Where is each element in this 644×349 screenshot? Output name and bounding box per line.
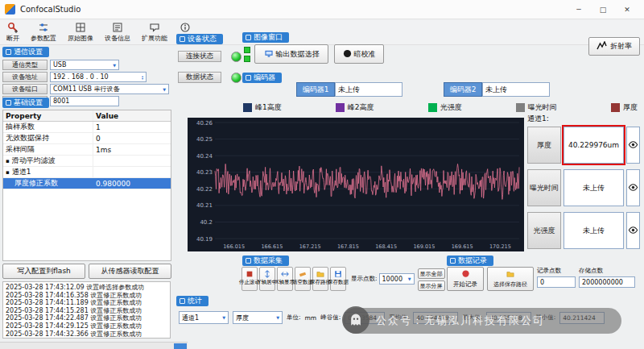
stat-label: 峰谷值: [320, 314, 341, 322]
close-button[interactable]: ✕ [615, 1, 639, 19]
show-all-button[interactable]: 显示全部 [418, 268, 445, 279]
section-icon [246, 258, 251, 264]
statistics-title: 统计 [188, 297, 202, 305]
thickness-chart[interactable]: 40.2640.2540.2440.2340.2240.2140.240.191… [188, 118, 524, 251]
output-data-select-button[interactable]: 输出数据选择 [254, 44, 328, 64]
acq-x-display-button[interactable]: X轴显示 [277, 267, 293, 291]
maximize-button[interactable]: □ [591, 1, 615, 19]
eye-icon [628, 225, 638, 237]
svg-text:40.22: 40.22 [196, 186, 213, 193]
scrollbar-thumb[interactable] [174, 343, 187, 349]
device-status-panel: 连接状态数据状态 [178, 51, 242, 93]
tree-node-icon: ▪ [6, 158, 10, 164]
comm-field-row: 设备地址192 . 168 . 0 . 10▴▾ [2, 72, 171, 82]
section-icon [246, 75, 251, 81]
svg-text:40.2: 40.2 [200, 219, 213, 226]
svg-text:167.815: 167.815 [337, 243, 359, 250]
toolbar-disconnect-button[interactable]: 断开 [6, 22, 19, 43]
stat-channel-select[interactable]: 通道1 ▼ [179, 311, 229, 324]
table-row[interactable]: ▪滑动平均滤波 [3, 156, 171, 167]
acq-y-center-button[interactable]: Y轴居中 [259, 267, 275, 291]
table-row[interactable]: 抽样系数1 [3, 122, 171, 133]
watermark-text: 公众号：无锡泓川科技有限公司 [376, 314, 545, 328]
comm-field-input[interactable]: 8001 [50, 96, 119, 106]
svg-text:170.215: 170.215 [489, 243, 511, 250]
visibility-toggle[interactable] [626, 212, 640, 249]
record-points-input[interactable]: 0 [537, 276, 576, 288]
storage-points-input[interactable]: 2000000000 [579, 276, 635, 288]
channel-row-label: 光强度 [527, 212, 561, 249]
acq-button-label: Y轴居中 [258, 279, 277, 286]
acq-save-path-button[interactable]: 保存路径 [312, 267, 328, 291]
channel-rows: 厚度40.229976um曝光时间未上传光强度未上传 [527, 127, 640, 249]
chevron-down-icon: ▼ [408, 276, 411, 281]
start-record-button[interactable]: 开始记录 [447, 267, 484, 291]
stat-metric-select[interactable]: 厚度 ▼ [233, 311, 283, 324]
show-split-button[interactable]: 显示分屏 [418, 280, 445, 291]
save-data-icon [334, 269, 342, 278]
encoder-1: 编码器1未上传 [296, 82, 402, 97]
comm-field-input[interactable]: 192 . 168 . 0 . 10▴▾ [50, 72, 147, 82]
channel-row-value: 未上传 [564, 212, 624, 249]
status-led [231, 73, 242, 83]
acq-clear-data-button[interactable]: 清空数据 [295, 267, 311, 291]
section-icon [180, 36, 185, 42]
main-toolbar: 断开参数配置原始图像设备信息扩展功能关于 [0, 20, 644, 45]
acq-stop-scroll-button[interactable]: 停止滚动 [242, 267, 258, 291]
device-status-row: 连接状态 [178, 51, 242, 62]
visibility-toggle[interactable] [626, 127, 640, 164]
toolbar-button-label: 扩展功能 [142, 34, 167, 43]
comm-field-row: 通信类型USB▼ [2, 60, 171, 70]
titlebar: ConfocalStudio ─ □ ✕ [0, 0, 644, 19]
select-save-path-label: 选择保存路径 [493, 280, 527, 289]
acq-save-data-button[interactable]: 保存数据 [330, 267, 346, 291]
read-config-button[interactable]: 从传感器读取配置 [89, 264, 171, 279]
channel-row-label: 厚度 [527, 127, 561, 164]
table-row[interactable]: 厚度修正系数0.980000 [3, 178, 171, 189]
svg-text:166.615: 166.615 [261, 243, 283, 250]
app-logo-icon [5, 4, 15, 15]
table-row[interactable]: ▪通道1 [3, 167, 171, 178]
minimize-button[interactable]: ─ [567, 1, 591, 19]
encoder-label: 编码器1 [296, 82, 335, 97]
table-row[interactable]: 无效数据保持0 [3, 133, 171, 144]
row-property: ▪通道1 [3, 167, 93, 177]
data-acquisition-title: 数据采集 [254, 257, 283, 264]
section-icon [6, 100, 11, 106]
toolbar-raw-image-button[interactable]: 原始图像 [68, 22, 93, 43]
visibility-toggle[interactable] [626, 169, 640, 206]
table-row[interactable]: 采样间隔1ms [3, 144, 171, 156]
basic-settings-header: 基础设置 [2, 98, 49, 108]
horizontal-scrollbar[interactable] [0, 342, 188, 349]
channel-panel-title: 通道1: [527, 114, 640, 124]
encoder-row: 编码器1未上传编码器2未上传 [242, 82, 640, 97]
data-recording-header: 数据记录 [447, 256, 493, 266]
svg-text:40.25: 40.25 [196, 136, 213, 143]
log-panel[interactable]: 2025-03-28 17:43:12.09 设置峰选择参数成功2025-03-… [2, 281, 171, 339]
y-center-icon [263, 269, 271, 278]
table-header-row: PropertyValue [3, 110, 171, 122]
toolbar-device-info-button[interactable]: 设备信息 [105, 22, 130, 43]
chart-canvas[interactable]: 40.2640.2540.2440.2340.2240.2140.240.191… [188, 118, 524, 251]
dark-calibration-button[interactable]: 暗校准 [334, 44, 384, 64]
extend-icon [149, 22, 160, 33]
comm-field-select[interactable]: USB▼ [50, 60, 119, 70]
write-flash-button[interactable]: 写入配置到flash [2, 264, 85, 279]
toolbar-extend-button[interactable]: 扩展功能 [142, 22, 167, 43]
display-points-value: 10000 [382, 276, 402, 283]
statistics-header: 统计 [176, 296, 208, 306]
row-property: 无效数据保持 [3, 133, 93, 143]
legend-item: 厚度 [611, 102, 638, 113]
svg-text:40.19: 40.19 [196, 236, 213, 243]
comm-field-select[interactable]: COM11 USB 串行设备▼ [50, 84, 169, 94]
output-status-led-2 [244, 56, 250, 62]
chevron-down-icon: ▼ [222, 315, 225, 320]
toolbar-param-config-button[interactable]: 参数配置 [31, 22, 56, 43]
channel-row-value: 未上传 [564, 169, 624, 206]
log-entry: 2025-03-28 17:44:11.189 设置修正系数成功 [6, 299, 167, 307]
log-entry: 2025-03-28 17:44:16.358 设置修正系数成功 [6, 292, 167, 300]
select-save-path-button[interactable]: 选择保存路径 [487, 267, 534, 291]
display-points-select[interactable]: 10000▼ [379, 273, 415, 285]
refraction-index-button[interactable]: 折射率 [588, 37, 640, 56]
row-value [93, 167, 171, 177]
